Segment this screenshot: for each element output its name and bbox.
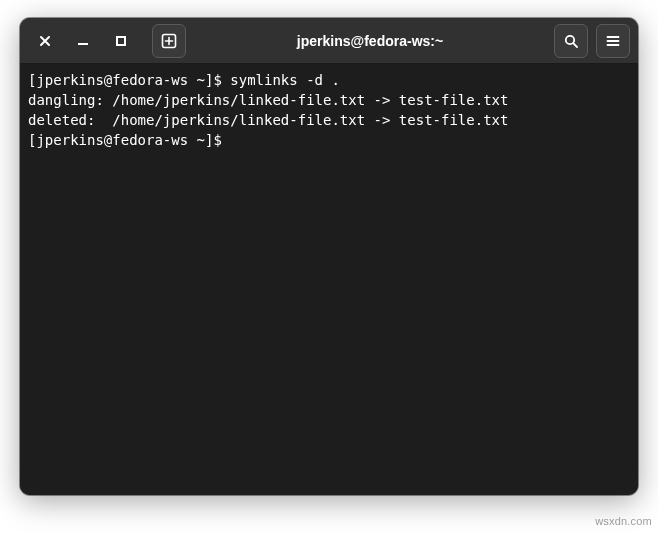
command-text: symlinks -d . [230, 72, 340, 88]
minimize-icon [76, 34, 90, 48]
titlebar-left-group [28, 24, 186, 58]
new-tab-icon [160, 32, 178, 50]
search-button[interactable] [554, 24, 588, 58]
prompt: [jperkins@fedora-ws ~]$ [28, 72, 230, 88]
terminal-body[interactable]: [jperkins@fedora-ws ~]$ symlinks -d . da… [20, 64, 638, 495]
close-button[interactable] [28, 24, 62, 58]
watermark: wsxdn.com [595, 515, 652, 527]
terminal-line: deleted: /home/jperkins/linked-file.txt … [28, 110, 630, 130]
titlebar-right-group [554, 24, 630, 58]
terminal-line: dangling: /home/jperkins/linked-file.txt… [28, 90, 630, 110]
hamburger-icon [605, 33, 621, 49]
terminal-line: [jperkins@fedora-ws ~]$ symlinks -d . [28, 70, 630, 90]
maximize-icon [114, 34, 128, 48]
search-icon [563, 33, 579, 49]
maximize-button[interactable] [104, 24, 138, 58]
window-title: jperkins@fedora-ws:~ [192, 33, 548, 49]
menu-button[interactable] [596, 24, 630, 58]
terminal-line: [jperkins@fedora-ws ~]$ [28, 130, 630, 150]
terminal-window: jperkins@fedora-ws:~ [jperkin [20, 18, 638, 495]
prompt: [jperkins@fedora-ws ~]$ [28, 132, 230, 148]
close-icon [38, 34, 52, 48]
new-tab-button[interactable] [152, 24, 186, 58]
titlebar: jperkins@fedora-ws:~ [20, 18, 638, 64]
minimize-button[interactable] [66, 24, 100, 58]
svg-rect-0 [117, 37, 125, 45]
